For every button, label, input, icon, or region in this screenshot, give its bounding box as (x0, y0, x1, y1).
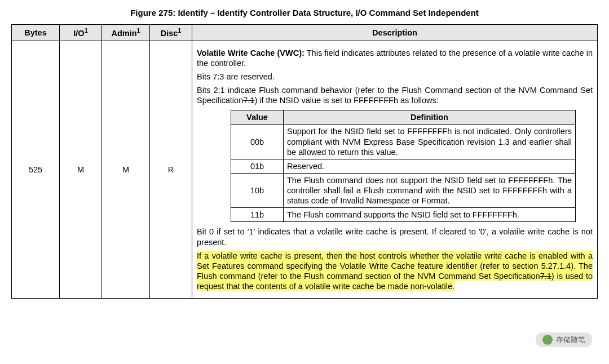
admin-cell: M (102, 41, 150, 299)
outer-table: Bytes I/O1 Admin1 Disc1 Description 525 … (11, 24, 598, 299)
para-bits21: Bits 2:1 indicate Flush command behavior… (197, 85, 593, 105)
col-desc: Description (192, 24, 598, 41)
col-disc: Disc1 (150, 24, 192, 41)
para-reserved: Bits 7:3 are reserved. (197, 72, 593, 82)
inner-row: 00b Support for the NSID field set to FF… (231, 125, 576, 159)
inner-table-wrap: Value Definition 00b Support for the NSI… (231, 110, 576, 222)
inner-row: 11b The Flush command supports the NSID … (231, 208, 576, 222)
bytes-cell: 525 (12, 41, 60, 299)
inner-col-def: Definition (284, 110, 576, 125)
disc-cell: R (150, 41, 192, 299)
col-io: I/O1 (60, 24, 102, 41)
para-vwc: Volatile Write Cache (VWC): This field i… (197, 48, 593, 68)
para-bit0: Bit 0 if set to '1' indicates that a vol… (197, 227, 593, 247)
table-row: 525 M M R Volatile Write Cache (VWC): Th… (12, 41, 598, 299)
inner-row: 01b Reserved. (231, 159, 576, 173)
inner-col-value: Value (231, 110, 284, 125)
col-admin: Admin1 (102, 24, 150, 41)
description-cell: Volatile Write Cache (VWC): This field i… (192, 41, 598, 299)
figure-title: Figure 275: Identify – Identify Controll… (11, 8, 598, 19)
col-bytes: Bytes (12, 24, 60, 41)
inner-table: Value Definition 00b Support for the NSI… (231, 110, 576, 222)
io-cell: M (60, 41, 102, 299)
header-row: Bytes I/O1 Admin1 Disc1 Description (12, 24, 598, 41)
inner-row: 10b The Flush command does not support t… (231, 173, 576, 207)
inner-header-row: Value Definition (231, 110, 576, 125)
para-highlight: If a volatile write cache is present, th… (197, 251, 593, 292)
